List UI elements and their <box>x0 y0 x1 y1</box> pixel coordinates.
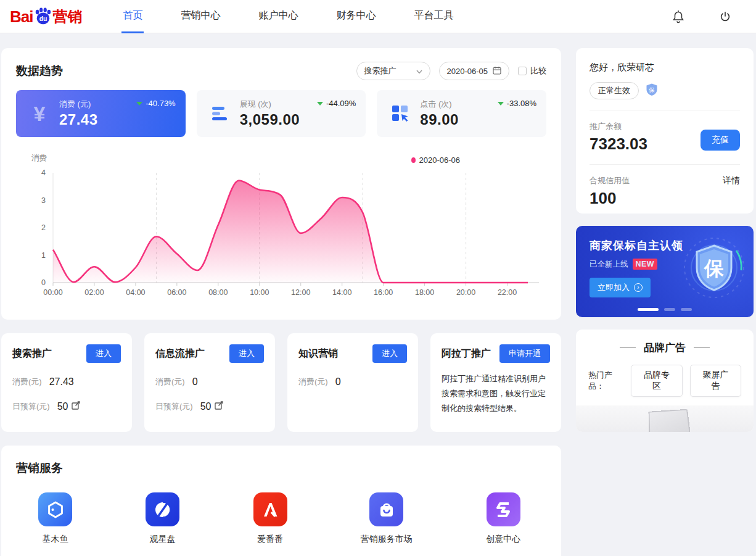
app-label: 观星盘 <box>150 534 176 545</box>
svg-text:2: 2 <box>41 223 46 232</box>
svg-text:20:00: 20:00 <box>456 288 475 297</box>
svg-text:10:00: 10:00 <box>250 288 269 297</box>
app-guanxingpan[interactable]: 观星盘 <box>146 492 179 545</box>
svg-text:22:00: 22:00 <box>498 288 517 297</box>
nav-item-home[interactable]: 首页 <box>121 0 144 33</box>
budget-label: 日预算(元) <box>155 401 193 412</box>
product-description: 阿拉丁推广通过精准识别用户搜索需求和意图，触发行业定制化的搜索特型结果。 <box>442 371 550 416</box>
compare-checkbox[interactable] <box>518 67 527 75</box>
product-title: 阿拉丁推广 <box>442 347 491 360</box>
date-picker[interactable]: 2020-06-05 <box>439 62 510 80</box>
svg-text:00:00: 00:00 <box>43 288 62 297</box>
budget-value: 50 <box>57 401 68 412</box>
stat-card-clicks[interactable]: 点击 (次) 89.00 -33.08% <box>377 90 546 137</box>
nav-item-platform-tools[interactable]: 平台工具 <box>413 0 454 33</box>
legend-label: 2020-06-06 <box>419 156 461 165</box>
calendar-icon <box>493 66 501 77</box>
app-label: 创意中心 <box>486 534 520 545</box>
svg-text:0: 0 <box>41 278 46 287</box>
consume-label: 消费(元) <box>155 376 185 388</box>
decorative-dash <box>620 347 636 348</box>
data-trend-card: 数据趋势 搜索推广 2020-06-05 <box>1 48 561 320</box>
svg-text:18:00: 18:00 <box>415 288 434 297</box>
consume-value: 0 <box>335 376 341 388</box>
svg-text:02:00: 02:00 <box>84 288 104 297</box>
new-badge: NEW <box>633 259 658 270</box>
svg-text:保: 保 <box>703 257 725 280</box>
page-content: 数据趋势 搜索推广 2020-06-05 <box>0 33 756 556</box>
product-card-search-promotion: 搜索推广 进入 消费(元) 27.43 日预算(元) 50 <box>1 333 132 432</box>
consume-value: 0 <box>192 376 198 388</box>
stat-card-consumption[interactable]: ¥ 消费 (元) 27.43 -40.73% <box>16 90 186 137</box>
guanxingpan-icon <box>146 492 179 526</box>
hot-products-label: 热门产品： <box>588 370 623 392</box>
account-card: 您好，欣荣研芯 正常生效 保 推广余额 7323.03 充值 合规信用值 详 <box>576 48 754 214</box>
svg-text:du: du <box>39 15 47 22</box>
delta-down-icon <box>498 102 504 106</box>
stat-card-impressions[interactable]: 展现 (次) 3,059.00 -44.09% <box>197 90 366 137</box>
nav-item-marketing-center[interactable]: 营销中心 <box>179 0 221 33</box>
enter-button[interactable]: 进入 <box>372 344 407 363</box>
protection-shield-icon[interactable]: 保 <box>645 83 659 99</box>
svg-text:08:00: 08:00 <box>208 288 228 297</box>
product-card-feed-promotion: 信息流推广 进入 消费(元) 0 日预算(元) 50 <box>144 333 275 432</box>
product-title: 知识营销 <box>298 347 338 360</box>
app-jimuyu[interactable]: 基木鱼 <box>38 492 72 545</box>
svg-text:3: 3 <box>41 196 46 205</box>
delta-down-icon <box>317 102 323 106</box>
legend-dot-icon <box>411 157 416 163</box>
credit-detail-link[interactable]: 详情 <box>723 175 740 186</box>
marketing-services-card: 营销服务 基木鱼 <box>1 446 561 556</box>
product-card-knowledge-marketing: 知识营销 进入 消费(元) 0 <box>287 333 418 432</box>
chevron-down-icon <box>416 67 422 76</box>
logout-power-icon[interactable] <box>719 10 731 23</box>
impressions-bars-icon <box>208 106 232 122</box>
baidu-marketing-logo[interactable]: Bai du 营销 <box>10 7 82 27</box>
laptop-image <box>576 405 754 432</box>
apply-button[interactable]: 申请开通 <box>499 344 550 363</box>
product-title: 搜索推广 <box>12 347 52 360</box>
product-select-dropdown[interactable]: 搜索推广 <box>356 62 430 80</box>
app-label: 爱番番 <box>257 534 283 545</box>
svg-text:保: 保 <box>648 86 655 93</box>
enter-button[interactable]: 进入 <box>86 344 121 363</box>
stat-value: 89.00 <box>420 111 459 128</box>
svg-text:14:00: 14:00 <box>332 288 351 297</box>
chart-legend[interactable]: 2020-06-06 <box>411 156 461 165</box>
carousel-dot-3[interactable] <box>681 308 692 311</box>
carousel-dot-2[interactable] <box>664 308 675 311</box>
enter-button[interactable]: 进入 <box>229 344 264 363</box>
edit-budget-icon[interactable] <box>72 401 80 412</box>
nav-item-finance-center[interactable]: 财务中心 <box>335 0 377 33</box>
carousel-dot-1[interactable] <box>638 308 659 311</box>
promo-banner[interactable]: 商家保标自主认领 已全新上线 NEW 立即加入 › 保 <box>576 226 754 317</box>
edit-budget-icon[interactable] <box>215 401 223 412</box>
app-aifanfan[interactable]: 爱番番 <box>253 492 287 545</box>
app-creative-center[interactable]: 创意中心 <box>486 492 520 545</box>
consume-label: 消费(元) <box>298 376 328 388</box>
recharge-button[interactable]: 充值 <box>701 130 740 151</box>
nav-item-account-center[interactable]: 账户中心 <box>257 0 299 33</box>
credit-label: 合规信用值 <box>590 175 630 186</box>
trend-title: 数据趋势 <box>16 63 63 79</box>
baidu-paw-icon: du <box>33 7 52 28</box>
svg-text:消费: 消费 <box>31 154 47 162</box>
consumption-trend-chart: 0123400:0002:0004:0006:0008:0010:0012:00… <box>16 152 546 302</box>
brand-zone-button[interactable]: 品牌专区 <box>631 365 682 397</box>
join-now-button[interactable]: 立即加入 › <box>590 278 651 297</box>
svg-text:16:00: 16:00 <box>374 288 393 297</box>
stat-label: 消费 (元) <box>59 99 98 110</box>
svg-text:1: 1 <box>41 251 46 260</box>
product-select-value: 搜索推广 <box>364 65 396 77</box>
aifanfan-icon <box>253 492 287 526</box>
notification-bell-icon[interactable] <box>672 10 684 23</box>
svg-text:06:00: 06:00 <box>167 288 186 297</box>
stat-delta: -33.08% <box>507 99 536 108</box>
product-card-aladdin-promotion: 阿拉丁推广 申请开通 阿拉丁推广通过精准识别用户搜索需求和意图，触发行业定制化的… <box>430 333 561 432</box>
screen-ads-button[interactable]: 聚屏广告 <box>690 365 741 397</box>
svg-text:4: 4 <box>41 168 46 177</box>
app-marketing-service-market[interactable]: 营销服务市场 <box>361 492 413 545</box>
services-title: 营销服务 <box>16 460 546 476</box>
svg-text:04:00: 04:00 <box>126 288 145 297</box>
jimuyu-icon <box>38 492 72 526</box>
